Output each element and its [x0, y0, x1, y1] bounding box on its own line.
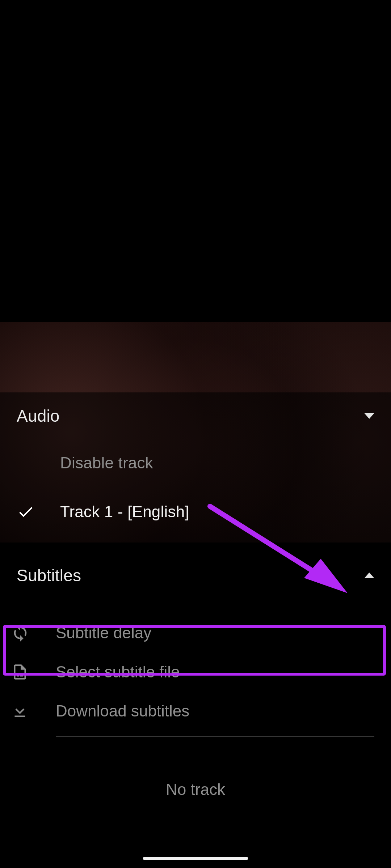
chevron-up-icon [364, 573, 374, 578]
download-icon [11, 702, 56, 720]
audio-section-header[interactable]: Audio [0, 392, 391, 439]
chevron-down-icon [364, 413, 374, 419]
subtitle-list-divider [56, 736, 374, 737]
no-track-label: No track [0, 780, 391, 799]
audio-track-1-label: Track 1 - [English] [60, 503, 189, 521]
subtitle-delay-label: Subtitle delay [56, 624, 151, 642]
sync-icon [11, 624, 56, 642]
download-subtitles-label: Download subtitles [56, 702, 189, 720]
screen: Audio Disable track Track 1 - [English] … [0, 0, 391, 868]
check-icon [17, 503, 60, 521]
tracks-panel: Audio Disable track Track 1 - [English] … [0, 392, 391, 868]
audio-disable-label: Disable track [60, 454, 153, 472]
audio-section-title: Audio [17, 406, 60, 426]
download-subtitles-item[interactable]: Download subtitles [0, 692, 391, 731]
android-nav-pill[interactable] [143, 857, 248, 860]
select-subtitle-file-label: Select subtitle file [56, 663, 180, 681]
audio-track-1[interactable]: Track 1 - [English] [0, 486, 391, 537]
subtitles-section-title: Subtitles [17, 566, 81, 585]
subtitles-section-header[interactable]: Subtitles [0, 548, 391, 603]
audio-disable-track[interactable]: Disable track [0, 439, 391, 486]
file-subtitle-icon [11, 663, 56, 681]
select-subtitle-file-item[interactable]: Select subtitle file [0, 652, 391, 692]
subtitle-delay-item[interactable]: Subtitle delay [0, 613, 391, 652]
